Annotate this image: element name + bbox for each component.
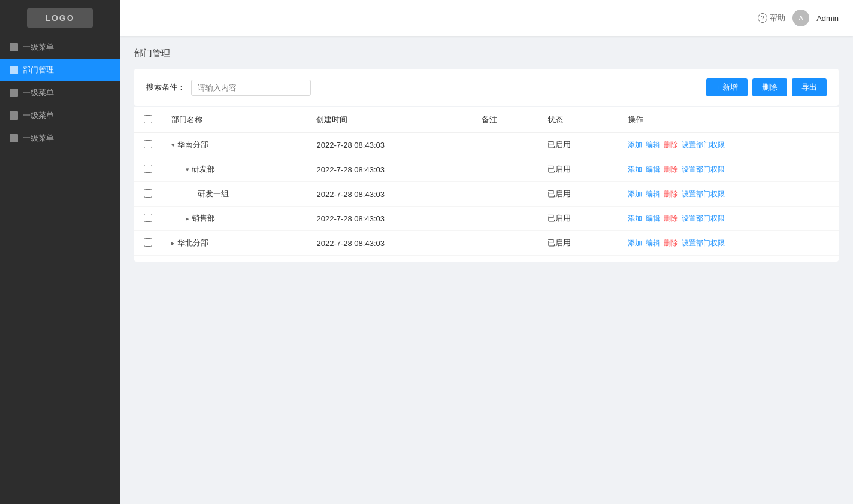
row-checkbox[interactable] (144, 140, 152, 148)
add-button[interactable]: + 新增 (706, 78, 748, 96)
col-status: 状态 (538, 107, 619, 133)
col-dept-name: 部门名称 (162, 107, 307, 133)
toolbar: 搜索条件： + 新增 删除 导出 (134, 69, 839, 106)
status-cell: 已启用 (538, 207, 619, 231)
action-添加[interactable]: 添加 (628, 189, 642, 199)
table-row: ▸销售部2022-7-28 08:43:03已启用添加编辑删除设置部门权限 (134, 207, 839, 231)
action-删除[interactable]: 删除 (664, 165, 678, 175)
table-row: ▾华南分部2022-7-28 08:43:03已启用添加编辑删除设置部门权限 (134, 133, 839, 157)
col-action: 操作 (618, 107, 839, 133)
toolbar-buttons: + 新增 删除 导出 (706, 78, 827, 96)
action-设置部门权限[interactable]: 设置部门权限 (682, 238, 725, 248)
action-添加[interactable]: 添加 (628, 238, 642, 248)
dept-name-cell: ▾华南分部 (162, 133, 307, 157)
page-title: 部门管理 (134, 48, 839, 59)
table-header-row: 部门名称 创建时间 备注 状态 操作 (134, 107, 839, 133)
action-links: 添加编辑删除设置部门权限 (628, 189, 829, 199)
sidebar-item-nav3[interactable]: 一级菜单 (0, 81, 120, 104)
expand-icon[interactable]: ▸ (171, 239, 175, 247)
dept-icon (10, 66, 18, 74)
row-checkbox[interactable] (144, 165, 152, 173)
row-checkbox[interactable] (144, 238, 152, 247)
action-删除[interactable]: 删除 (664, 214, 678, 224)
created-cell: 2022-7-28 08:43:03 (307, 133, 472, 157)
action-删除[interactable]: 删除 (664, 189, 678, 199)
table-row: ▾研发部2022-7-28 08:43:03已启用添加编辑删除设置部门权限 (134, 157, 839, 182)
select-all-checkbox[interactable] (144, 115, 152, 123)
action-设置部门权限[interactable]: 设置部门权限 (682, 165, 725, 175)
remark-cell (472, 133, 538, 157)
remark-cell (472, 157, 538, 182)
created-cell: 2022-7-28 08:43:03 (307, 231, 472, 256)
header-checkbox-cell (134, 107, 162, 133)
dept-name-text: 研发一组 (198, 189, 229, 199)
status-cell: 已启用 (538, 182, 619, 207)
sidebar-item-nav1[interactable]: 一级菜单 (0, 36, 120, 59)
action-cell: 添加编辑删除设置部门权限 (618, 231, 839, 256)
logo: LOGO (27, 8, 92, 28)
sidebar-item-label: 一级菜单 (23, 42, 54, 53)
action-cell: 添加编辑删除设置部门权限 (618, 157, 839, 182)
status-cell: 已启用 (538, 231, 619, 256)
export-button[interactable]: 导出 (792, 78, 827, 96)
action-添加[interactable]: 添加 (628, 165, 642, 175)
dept-name-content: ▸华北分部 (171, 238, 297, 248)
expand-icon[interactable]: ▸ (186, 215, 189, 223)
action-添加[interactable]: 添加 (628, 214, 642, 224)
action-编辑[interactable]: 编辑 (646, 140, 660, 150)
action-编辑[interactable]: 编辑 (646, 165, 660, 175)
expand-icon[interactable]: ▾ (186, 166, 189, 174)
status-badge: 已启用 (548, 214, 571, 223)
sidebar-item-label: 一级菜单 (23, 133, 54, 144)
dept-name-content: ▸销售部 (171, 213, 297, 224)
sidebar-item-label: 一级菜单 (23, 110, 54, 121)
dept-name-text: 华南分部 (177, 139, 208, 150)
sidebar-item-nav4[interactable]: 一级菜单 (0, 104, 120, 127)
main-content: ? 帮助 A Admin 部门管理 搜索条件： + 新增 删除 导出 (120, 0, 853, 504)
status-cell: 已启用 (538, 157, 619, 182)
dept-name-cell: ▾研发部 (162, 157, 307, 182)
username-label: Admin (816, 14, 839, 23)
action-添加[interactable]: 添加 (628, 140, 642, 150)
status-cell: 已启用 (538, 133, 619, 157)
dept-name-text: 华北分部 (177, 238, 208, 248)
created-cell: 2022-7-28 08:43:03 (307, 157, 472, 182)
sidebar-item-dept[interactable]: 部门管理 (0, 59, 120, 81)
expand-icon[interactable]: ▾ (171, 141, 175, 149)
dept-name-content: ▾研发部 (171, 164, 297, 175)
sidebar-item-label: 部门管理 (23, 65, 54, 75)
search-input[interactable] (191, 80, 311, 96)
delete-button[interactable]: 删除 (752, 78, 787, 96)
dept-name-text: 销售部 (192, 213, 215, 224)
created-cell: 2022-7-28 08:43:03 (307, 182, 472, 207)
dept-name-content: ▾华南分部 (171, 139, 297, 150)
page-body: 部门管理 搜索条件： + 新增 删除 导出 (120, 36, 853, 504)
nav5-icon (10, 134, 18, 142)
status-badge: 已启用 (548, 189, 571, 198)
row-checkbox[interactable] (144, 189, 152, 198)
action-cell: 添加编辑删除设置部门权限 (618, 207, 839, 231)
header-bar: ? 帮助 A Admin (120, 0, 853, 36)
search-area: 搜索条件： (146, 80, 311, 96)
action-cell: 添加编辑删除设置部门权限 (618, 182, 839, 207)
action-删除[interactable]: 删除 (664, 140, 678, 150)
help-button[interactable]: ? 帮助 (758, 13, 785, 23)
row-checkbox-cell (134, 157, 162, 182)
action-links: 添加编辑删除设置部门权限 (628, 238, 829, 248)
action-设置部门权限[interactable]: 设置部门权限 (682, 189, 725, 199)
action-links: 添加编辑删除设置部门权限 (628, 165, 829, 175)
dept-name-content: 研发一组 (171, 189, 297, 199)
nav3-icon (10, 89, 18, 97)
sidebar-item-nav5[interactable]: 一级菜单 (0, 127, 120, 150)
action-设置部门权限[interactable]: 设置部门权限 (682, 214, 725, 224)
action-编辑[interactable]: 编辑 (646, 214, 660, 224)
row-checkbox[interactable] (144, 214, 152, 222)
table-row: ▸华北分部2022-7-28 08:43:03已启用添加编辑删除设置部门权限 (134, 231, 839, 256)
search-label: 搜索条件： (146, 82, 185, 93)
remark-cell (472, 231, 538, 256)
action-设置部门权限[interactable]: 设置部门权限 (682, 140, 725, 150)
action-编辑[interactable]: 编辑 (646, 189, 660, 199)
action-删除[interactable]: 删除 (664, 238, 678, 248)
action-编辑[interactable]: 编辑 (646, 238, 660, 248)
dept-name-cell: 研发一组 (162, 182, 307, 207)
